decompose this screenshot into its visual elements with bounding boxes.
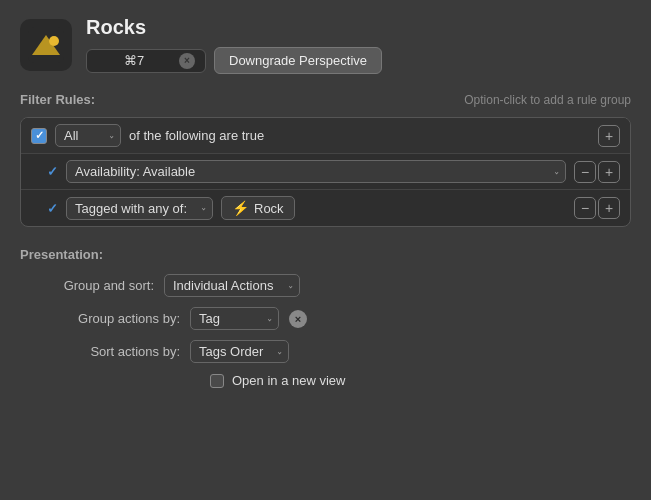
rule2-condition-wrapper[interactable]: Availability: Available Availability: Re…	[66, 160, 566, 183]
group-by-select[interactable]: Tag Project Due Date	[190, 307, 279, 330]
rule1-middle-text: of the following are true	[129, 128, 264, 143]
rule2-btn-group: − +	[574, 161, 620, 183]
group-by-row: Group actions by: Tag Project Due Date ×	[20, 307, 631, 330]
sort-by-row: Sort actions by: Tags Order Due Date Nam…	[20, 340, 631, 363]
rule3-remove-button[interactable]: −	[574, 197, 596, 219]
rule2-add-button[interactable]: +	[598, 161, 620, 183]
tag-icon: ⚡	[232, 200, 249, 216]
group-by-label: Group actions by:	[50, 311, 180, 326]
rule3-add-button[interactable]: +	[598, 197, 620, 219]
rule1-add-button[interactable]: +	[598, 125, 620, 147]
presentation-label: Presentation:	[20, 247, 631, 262]
group-sort-select[interactable]: Individual Actions Projects Tags	[164, 274, 300, 297]
rule2-check: ✓	[47, 164, 58, 179]
app-icon	[20, 19, 72, 71]
tag-name: Rock	[254, 201, 284, 216]
header-right: Rocks ⌘7 × Downgrade Perspective	[86, 16, 631, 74]
downgrade-perspective-button[interactable]: Downgrade Perspective	[214, 47, 382, 74]
rule3-condition-wrapper[interactable]: Tagged with any of: Tagged with all of:	[66, 197, 213, 220]
filter-rule-row-1: ✓ All Any None of the following are true…	[21, 118, 630, 154]
filter-rules-label: Filter Rules:	[20, 92, 95, 107]
header: Rocks ⌘7 × Downgrade Perspective	[20, 16, 631, 74]
filter-rules-box: ✓ All Any None of the following are true…	[20, 117, 631, 227]
shortcut-row: ⌘7 × Downgrade Perspective	[86, 47, 631, 74]
rule3-btn-group: − +	[574, 197, 620, 219]
filter-rule-row-2: ✓ Availability: Available Availability: …	[21, 154, 630, 190]
presentation-section: Presentation: Group and sort: Individual…	[20, 247, 631, 388]
rule2-condition-select[interactable]: Availability: Available Availability: Re…	[66, 160, 566, 183]
group-sort-label: Group and sort:	[24, 278, 154, 293]
filter-rules-hint: Option-click to add a rule group	[464, 93, 631, 107]
svg-point-2	[49, 36, 59, 46]
group-sort-row: Group and sort: Individual Actions Proje…	[20, 274, 631, 297]
filter-rules-section: Filter Rules: Option-click to add a rule…	[20, 92, 631, 227]
rule1-checkbox[interactable]: ✓	[31, 128, 47, 144]
rule2-remove-button[interactable]: −	[574, 161, 596, 183]
open-new-view-row: Open in a new view	[210, 373, 631, 388]
sort-by-label: Sort actions by:	[50, 344, 180, 359]
perspective-name: Rocks	[86, 16, 631, 39]
rule3-check: ✓	[47, 201, 58, 216]
rule1-qualifier-wrapper[interactable]: All Any None	[55, 124, 121, 147]
filter-rule-row-3: ✓ Tagged with any of: Tagged with all of…	[21, 190, 630, 226]
rule3-condition-select[interactable]: Tagged with any of: Tagged with all of:	[66, 197, 213, 220]
sort-by-wrapper[interactable]: Tags Order Due Date Name	[190, 340, 289, 363]
rule1-qualifier-select[interactable]: All Any None	[55, 124, 121, 147]
shortcut-input[interactable]: ⌘7 ×	[86, 49, 206, 73]
clear-shortcut-button[interactable]: ×	[179, 53, 195, 69]
filter-rules-header: Filter Rules: Option-click to add a rule…	[20, 92, 631, 107]
group-sort-wrapper[interactable]: Individual Actions Projects Tags	[164, 274, 300, 297]
group-by-clear-button[interactable]: ×	[289, 310, 307, 328]
open-new-view-label: Open in a new view	[232, 373, 345, 388]
shortcut-text: ⌘7	[97, 53, 171, 68]
open-new-view-checkbox[interactable]	[210, 374, 224, 388]
group-by-wrapper[interactable]: Tag Project Due Date	[190, 307, 279, 330]
sort-by-select[interactable]: Tags Order Due Date Name	[190, 340, 289, 363]
main-container: Rocks ⌘7 × Downgrade Perspective Filter …	[0, 0, 651, 500]
tag-pill-rock[interactable]: ⚡ Rock	[221, 196, 295, 220]
